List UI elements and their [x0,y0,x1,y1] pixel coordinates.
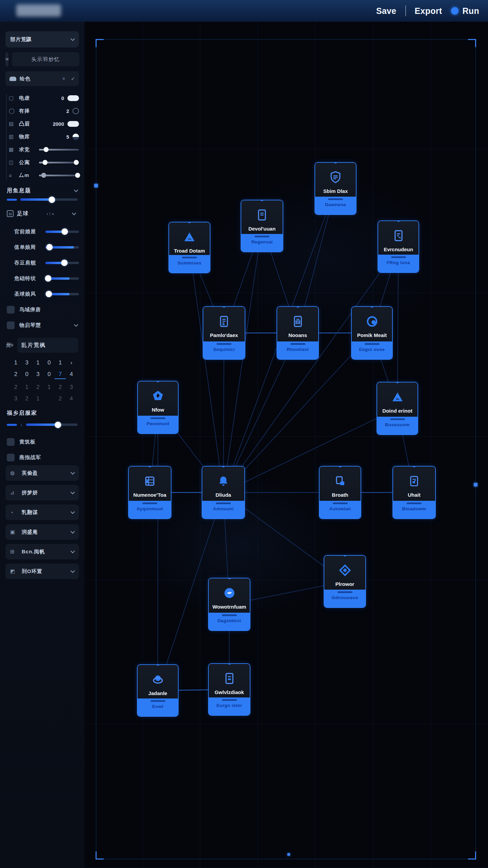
node-port-top[interactable] [413,466,415,467]
head-slider[interactable] [20,198,78,201]
node-footer[interactable]: Ayqonmuut [129,501,171,518]
node-port-bottom[interactable] [157,433,159,434]
grid-number[interactable]: 1 [55,359,66,366]
node-guldivisor[interactable]: GwlvlzdiaokEurgo ister [208,663,250,716]
grid-number[interactable]: 0 [43,359,55,366]
tree-row-6[interactable]: ≡厶m [9,169,79,182]
node-port-top[interactable] [188,222,191,223]
node-port-top[interactable] [157,381,159,382]
param-slider[interactable] [45,231,79,233]
node-port-bottom[interactable] [228,630,230,631]
slider-knob-end[interactable] [75,173,80,178]
node-port-top[interactable] [339,466,341,467]
node-workfluam[interactable]: WowotrnfuamDagstdost [208,578,250,631]
param-slider-knob[interactable] [62,229,68,235]
tree-row-4[interactable]: ▦求竞 [9,143,79,156]
node-port-top[interactable] [297,306,299,308]
node-footer[interactable]: Eowl [138,698,178,716]
node-footer[interactable]: Rhooliast [277,341,318,359]
node-footer[interactable]: Autowlan [320,501,361,518]
node-footer[interactable]: Gdnouoavo [324,590,365,607]
toggle-on[interactable] [67,121,79,127]
marquee-handle-right[interactable] [474,483,477,487]
node-footer[interactable]: Eegui ouse [352,341,392,359]
section-b-slider[interactable] [26,423,78,426]
grid-number[interactable]: 2 [55,395,66,402]
node-footer[interactable]: Peownuol [138,416,178,433]
slider-knob[interactable] [41,173,46,178]
node-port-top[interactable] [344,555,346,556]
node-nice[interactable]: NfowPeownuol [137,381,179,434]
grid-number[interactable]: 1 [10,359,21,366]
node-footer[interactable]: Summises [169,255,210,273]
checkbox[interactable] [7,306,15,314]
tree-row-0[interactable]: ▢电虚0 [9,92,79,104]
node-port-bottom[interactable] [397,272,400,273]
node-formulation[interactable]: EvrcnudeunFRng luna [378,220,419,273]
node-port-bottom[interactable] [396,434,399,435]
layer-type-select[interactable]: 部片荒鼷 [5,31,79,47]
node-elion[interactable]: DliudaAmnuuni [202,466,245,519]
slider-knob-2[interactable] [74,160,79,165]
node-footer[interactable]: Eurgo ister [209,697,250,715]
node-port-bottom[interactable] [413,518,415,519]
section-b-slider-knob[interactable] [55,421,61,428]
checkbox-row-1[interactable]: 物启琴慧 [5,317,79,333]
node-port-top[interactable] [371,306,373,308]
slider-knob[interactable] [44,147,49,152]
node-devolution[interactable]: Devol'uuanRegenval [241,200,283,252]
node-port-bottom[interactable] [222,518,225,519]
node-port-bottom[interactable] [157,715,159,717]
param-slider-knob[interactable] [61,260,68,266]
option-checkbox-row-0[interactable]: 黄筑板 [5,434,79,450]
node-footer[interactable]: Regenval [241,234,283,252]
marquee-handle-bottom[interactable] [287,853,290,856]
param-slider-knob[interactable] [46,244,53,251]
settings-select-0[interactable]: ◍英偷盈 [5,465,79,481]
grid-number[interactable]: 3 [10,395,21,402]
grid-number[interactable]: 2 [10,371,21,379]
grid-number[interactable]: 4 [66,395,77,402]
tree-row-3[interactable]: ▥物席5 [9,130,79,143]
node-port-top[interactable] [228,663,230,665]
node-uhait[interactable]: UhaitBioadowm [392,466,436,519]
run-button[interactable]: Run [451,6,480,16]
tree-row-2[interactable]: ▤凸眉2000 [9,117,79,130]
node-port-bottom[interactable] [344,607,346,608]
node-port-bottom[interactable] [188,272,191,273]
grid-number[interactable]: 2 [33,384,44,391]
grid-number[interactable]: › [66,359,77,366]
node-trend[interactable]: Troad DotamSummises [168,222,210,273]
settings-select-4[interactable]: ⊞Bcn.阅帆 [5,544,79,559]
node-footer[interactable]: Buseuuom [377,417,418,434]
canvas[interactable]: Sbim DlaxDawnenaDevol'uuanRegenvalTroad … [85,22,488,868]
param-slider[interactable] [45,246,79,249]
save-button[interactable]: Save [376,6,396,16]
grid-number[interactable]: 3 [66,384,77,391]
node-port-top[interactable] [396,382,399,383]
node-jadanle[interactable]: JadanleEowl [137,664,179,717]
node-footer[interactable]: Dagstdost [209,613,250,630]
grid-number[interactable]: 7 [55,371,66,379]
node-port-bottom[interactable] [149,518,151,519]
grid-number[interactable]: 2 [55,384,66,391]
toggle-on[interactable] [67,95,79,101]
settings-select-2[interactable]: ◔乳翻谋 [5,505,79,520]
node-port-top[interactable] [334,162,337,163]
checkbox-row-0[interactable]: 鸟域痹唐 [5,302,79,317]
node-port-top[interactable] [261,200,263,201]
node-numeration[interactable]: Numenoe'ToaAyqonmuut [128,466,171,519]
param-slider-knob[interactable] [45,275,51,282]
node-port-top[interactable] [157,664,159,666]
grid-number[interactable]: 0 [43,371,55,379]
toggle-off[interactable] [73,108,79,114]
node-nooans[interactable]: NooansRhooliast [277,306,319,360]
tree-slider[interactable] [39,162,79,163]
node-pamlokdex[interactable]: Pamlo'daexSequinici [203,306,245,360]
param-slider[interactable] [45,277,79,280]
tree-slider[interactable] [39,175,79,176]
filter-input[interactable]: 乱片荒枫 [17,338,78,353]
node-pointmeat[interactable]: Pomik MeaitEegui ouse [351,306,393,360]
node-footer[interactable]: Sequinici [203,341,245,359]
grid-number[interactable]: 1 [33,395,44,402]
